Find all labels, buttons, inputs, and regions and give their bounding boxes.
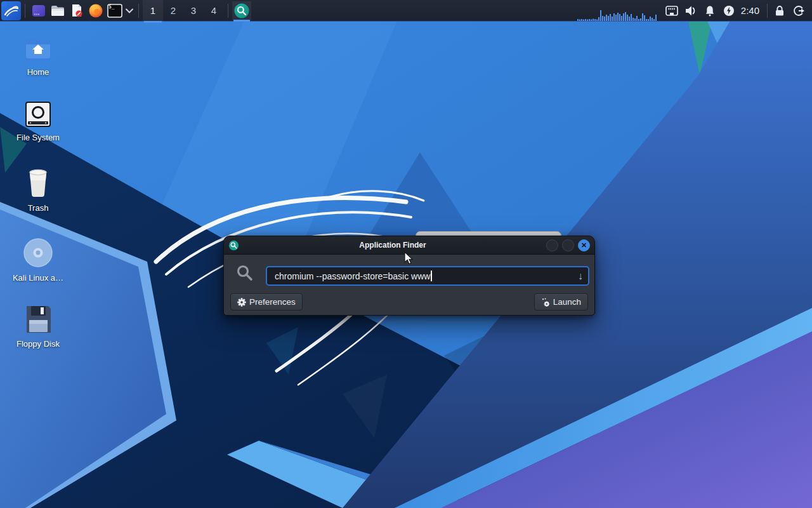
launcher-terminal[interactable]: $_	[105, 1, 124, 20]
launcher-firefox[interactable]	[86, 1, 105, 20]
cd-disc-icon	[23, 237, 53, 268]
dropdown-arrow-icon[interactable]: ↓	[578, 271, 583, 282]
cpu-graph-bars	[577, 8, 657, 21]
logout-button[interactable]	[789, 1, 808, 20]
terminal-prompt-glyph: $_	[108, 4, 115, 10]
desktop-icon-label: Kali Linux a…	[13, 273, 63, 283]
network-port-icon	[665, 4, 679, 17]
power-bolt-icon	[723, 4, 735, 17]
desktop-icon-label: Floppy Disk	[16, 339, 60, 349]
lock-screen-button[interactable]	[770, 1, 789, 20]
desktop-root: Home File System Trash Kali Linux a…	[0, 0, 812, 508]
notifications-tray-icon[interactable]	[700, 1, 719, 20]
launch-icon	[541, 298, 550, 307]
floppy-disk-icon	[24, 305, 52, 334]
desktop-icon-kali-cd[interactable]: Kali Linux a…	[3, 237, 73, 283]
launch-label: Launch	[553, 297, 581, 307]
volume-tray-icon[interactable]	[681, 1, 700, 20]
desktop-icon-trash[interactable]: Trash	[3, 168, 73, 213]
workspace-switcher: 1 2 3 4	[143, 0, 224, 21]
panel-separator	[767, 4, 768, 18]
lock-icon	[773, 4, 786, 17]
launcher-application-finder[interactable]	[232, 1, 251, 20]
network-tray-icon[interactable]	[662, 1, 681, 20]
power-manager-tray-icon[interactable]	[719, 1, 738, 20]
panel-separator	[138, 4, 139, 18]
speaker-icon	[684, 4, 698, 17]
workspace-number: 1	[150, 5, 155, 16]
workspace-number: 4	[211, 5, 216, 16]
chevron-down-icon	[126, 8, 133, 13]
launcher-text-editor[interactable]	[67, 1, 86, 20]
home-folder-icon	[23, 36, 53, 62]
workspace-button-2[interactable]: 2	[163, 0, 183, 22]
desktop-icon-floppy[interactable]: Floppy Disk	[3, 305, 73, 349]
panel-separator	[25, 4, 25, 18]
search-icon	[236, 264, 254, 282]
application-finder-window: Application Finder ✕ chromium --password…	[223, 236, 595, 316]
clock[interactable]: 2:40	[741, 5, 759, 16]
active-launcher-underline	[233, 20, 250, 22]
application-finder-icon	[228, 240, 239, 251]
workspace-button-4[interactable]: 4	[204, 0, 224, 22]
workspace-button-1[interactable]: 1	[143, 0, 163, 22]
window-title: Application Finder	[239, 241, 546, 250]
bell-icon	[704, 4, 716, 17]
workspace-number: 2	[171, 5, 176, 16]
kali-logo-icon	[4, 4, 19, 18]
firefox-icon	[88, 3, 103, 18]
workspace-number: 3	[191, 5, 196, 16]
mouse-cursor	[404, 251, 417, 265]
trash-icon	[25, 168, 51, 198]
desktop-icon-file-system[interactable]: File System	[3, 101, 73, 142]
terminal-dropdown-chevron[interactable]	[124, 1, 134, 20]
desktop-icon-home[interactable]: Home	[3, 36, 73, 77]
file-manager-icon	[50, 3, 65, 18]
text-caret	[431, 271, 432, 281]
desktop-icon-label: Home	[27, 67, 49, 77]
launcher-file-manager[interactable]	[48, 1, 67, 20]
desktop-icon-label: Trash	[28, 203, 49, 213]
application-finder-icon	[233, 3, 250, 19]
panel-separator	[228, 4, 228, 18]
launch-button[interactable]: Launch	[534, 293, 588, 311]
text-editor-icon	[69, 3, 84, 18]
maximize-button[interactable]	[562, 239, 574, 251]
minimize-button[interactable]	[546, 239, 558, 251]
desktop-icon-label: File System	[16, 133, 60, 142]
logout-icon	[792, 4, 805, 17]
drive-icon	[25, 101, 51, 128]
cpu-graph[interactable]	[577, 0, 657, 21]
taskbar: $_ 1 2 3 4	[0, 0, 812, 22]
close-button[interactable]: ✕	[578, 239, 590, 251]
workspace-button-3[interactable]: 3	[183, 0, 204, 22]
search-input[interactable]: chromium --password-store=basic www ↓	[266, 266, 589, 286]
files-app-icon	[31, 3, 46, 18]
applications-menu-button[interactable]	[1, 1, 21, 20]
search-input-value: chromium --password-store=basic www	[275, 271, 430, 281]
active-workspace-underline	[144, 21, 162, 23]
preferences-button[interactable]: Preferences	[230, 293, 303, 311]
gear-icon	[237, 298, 246, 307]
preferences-label: Preferences	[249, 297, 296, 307]
launcher-files-app[interactable]	[29, 1, 48, 20]
